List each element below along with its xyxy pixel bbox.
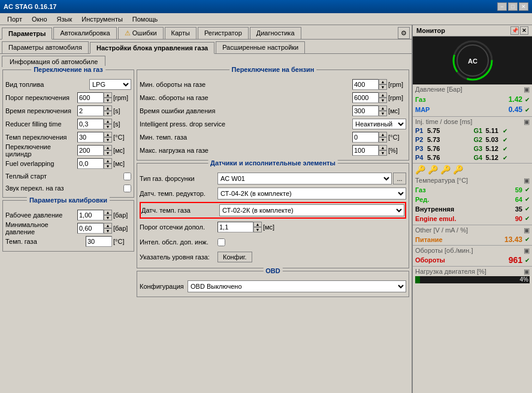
load-expand-icon[interactable]: ▣	[524, 268, 530, 276]
spin-up[interactable]: ▲	[379, 79, 387, 84]
warm-start-checkbox[interactable]	[123, 173, 131, 180]
spin-down[interactable]: ▼	[253, 227, 262, 232]
maximize-button[interactable]: □	[508, 2, 518, 11]
sound-checkbox[interactable]	[123, 185, 131, 192]
content-area: Переключение на газ Вид топлива LPGCNG П…	[0, 67, 412, 393]
cutoff-threshold-input[interactable]	[217, 222, 253, 232]
gas-temp-calib-input[interactable]	[86, 236, 112, 247]
minimize-button[interactable]: −	[497, 2, 507, 11]
subtab-car-params[interactable]: Параметры автомобиля	[2, 41, 89, 53]
obd-config-row: Конфигурация OBD Выключено OBD Включено	[140, 280, 406, 293]
spin-up[interactable]: ▲	[104, 132, 112, 137]
spin-up[interactable]: ▲	[379, 105, 387, 111]
spin-down[interactable]: ▼	[104, 150, 112, 156]
switch-time-input[interactable]	[77, 105, 104, 116]
warm-start-row: Теплый старт	[5, 171, 131, 182]
spin-down[interactable]: ▼	[104, 124, 112, 129]
reducer-filling-input[interactable]	[77, 119, 104, 129]
spin-up[interactable]: ▲	[379, 145, 387, 150]
inj-row-3: P3 5.76	[415, 144, 471, 153]
rpm-expand-icon[interactable]: ▣	[524, 247, 530, 255]
fuel-overlap-input[interactable]	[77, 158, 104, 169]
rpm-section: Обороты [об./мин.] ▣ Обороты 961 ✔	[413, 246, 532, 267]
spin-down[interactable]: ▼	[104, 98, 112, 103]
min-pressure-row: Минимальное давление ▲ ▼ [бар]	[5, 222, 131, 234]
spin-up[interactable]: ▲	[253, 222, 262, 227]
fuel-type-select[interactable]: LPGCNG	[89, 79, 131, 90]
pressure-gas-row: Газ 1.42 ✔	[415, 95, 530, 104]
monitor-close-btn[interactable]: ✕	[520, 26, 528, 35]
working-pressure-input[interactable]	[77, 210, 104, 220]
spin-up[interactable]: ▲	[104, 158, 112, 164]
intelligent-service2-checkbox[interactable]	[217, 238, 225, 246]
menu-help[interactable]: Помощь	[128, 14, 163, 24]
spin-down[interactable]: ▼	[379, 84, 387, 90]
spin-up[interactable]: ▲	[379, 132, 387, 137]
spin-down[interactable]: ▼	[104, 111, 112, 116]
spin-up[interactable]: ▲	[104, 210, 112, 215]
min-gas-temp-row: Мин. темп. газа ▲ ▼ [°C]	[140, 131, 406, 143]
min-rpm-input[interactable]	[352, 79, 379, 90]
injector-type-btn[interactable]: ...	[393, 173, 406, 185]
temperature-section: Температура [°C] ▣ Газ 59 ✔ Ред. 64 ✔ Вн…	[413, 176, 532, 225]
pressure-expand-icon[interactable]: ▣	[524, 86, 530, 93]
tab-diagnostics[interactable]: Диагностика	[250, 27, 301, 39]
gas-temp-sensor-select[interactable]: СТ-02-2К (в комплекте)	[219, 204, 404, 216]
spin-down[interactable]: ▼	[104, 215, 112, 220]
spin-up[interactable]: ▲	[104, 223, 112, 228]
tab-registrator[interactable]: Регистратор	[198, 27, 249, 39]
menu-language[interactable]: Язык	[52, 14, 77, 24]
menu-port[interactable]: Порт	[2, 14, 27, 24]
temp-engine-emul-value: 90	[515, 215, 522, 222]
intelligent-service-select[interactable]: Неактивный Активный	[352, 119, 406, 129]
inj-p4-value: 5.76	[427, 154, 444, 161]
subtab-advanced[interactable]: Расширенные настройки	[216, 41, 305, 53]
right-panel: Монитор 📌 ✕ AC Давление [Бар] ▣	[412, 25, 532, 393]
injector-type-select[interactable]: AC W01	[217, 173, 392, 185]
spin-up[interactable]: ▲	[104, 92, 112, 98]
reducer-filling-row: Reducer filling time ▲ ▼ [s]	[5, 118, 131, 130]
cyl-switch-input[interactable]	[77, 145, 104, 156]
min-pressure-input[interactable]	[77, 223, 104, 234]
spin-down[interactable]: ▼	[379, 111, 387, 116]
max-rpm-spin: ▲ ▼	[379, 92, 387, 103]
tab-parametry[interactable]: Параметры	[2, 28, 52, 40]
pressure-gas-label: Газ	[415, 96, 426, 103]
spin-down[interactable]: ▼	[379, 137, 387, 143]
switch-temp-label: Темп переключения	[5, 134, 77, 141]
settings-icon-btn[interactable]: ⚙	[398, 27, 410, 39]
spin-up[interactable]: ▲	[104, 105, 112, 111]
injector-type-row: Тип газ. форсунки AC W01 ...	[140, 172, 406, 185]
subtab-gas-control[interactable]: Настройки блока управления газа	[90, 42, 214, 54]
min-gas-temp-input[interactable]	[352, 132, 379, 143]
temp-expand-icon[interactable]: ▣	[524, 177, 530, 185]
spin-down[interactable]: ▼	[104, 164, 112, 169]
tab-errors[interactable]: ⚠ Ошибки	[118, 27, 164, 39]
rpm-check: ✔	[525, 257, 530, 264]
reducer-temp-select[interactable]: СТ-04-2К (в комплекте)	[217, 188, 406, 199]
voltage-expand-icon[interactable]: ▣	[524, 226, 530, 234]
spin-down[interactable]: ▼	[379, 98, 387, 103]
switch-temp-input[interactable]	[77, 132, 104, 143]
tab-maps[interactable]: Карты	[165, 27, 197, 39]
pressure-error-time-group: ▲ ▼	[352, 105, 387, 116]
petrol-switch-group: Переключение на бензин Мин. обороты на г…	[137, 69, 409, 161]
spin-down[interactable]: ▼	[104, 137, 112, 143]
spin-down[interactable]: ▼	[104, 228, 112, 234]
max-rpm-input[interactable]	[352, 92, 379, 103]
menu-window[interactable]: Окно	[27, 14, 52, 24]
spin-up[interactable]: ▲	[379, 92, 387, 98]
close-button[interactable]: ✕	[519, 2, 528, 11]
switch-threshold-input[interactable]	[77, 92, 104, 103]
injection-expand-icon[interactable]: ▣	[524, 118, 530, 126]
gas-level-config-btn[interactable]: Конфиг.	[217, 252, 252, 262]
spin-up[interactable]: ▲	[104, 145, 112, 150]
monitor-pin-btn[interactable]: 📌	[510, 26, 519, 35]
spin-up[interactable]: ▲	[104, 119, 112, 124]
spin-down[interactable]: ▼	[379, 150, 387, 156]
menu-tools[interactable]: Инструменты	[77, 14, 128, 24]
pressure-error-time-input[interactable]	[352, 105, 379, 116]
obd-config-select[interactable]: OBD Выключено OBD Включено	[188, 280, 406, 292]
max-load-input[interactable]	[352, 145, 379, 156]
tab-autocalibration[interactable]: Автокалибровка	[53, 27, 116, 39]
